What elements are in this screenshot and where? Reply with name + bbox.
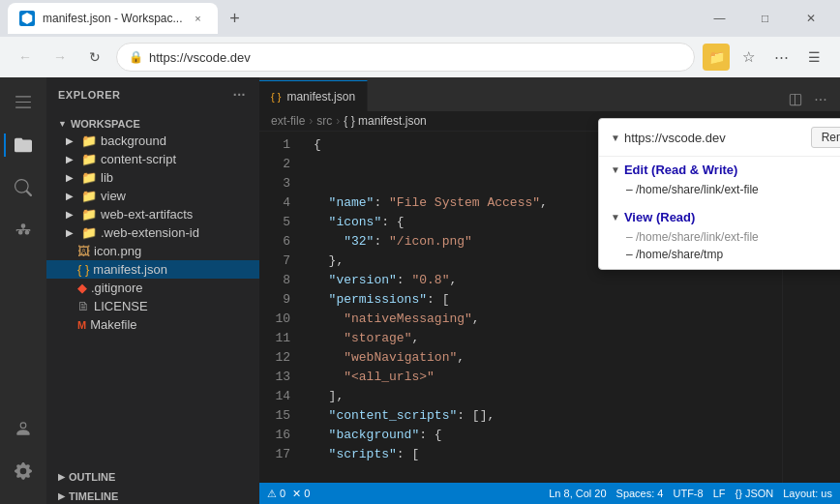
- tree-item-web-ext[interactable]: ▶ 📁 web-ext-artifacts: [46, 205, 259, 223]
- folder-icon: 📁: [81, 189, 97, 203]
- status-warnings[interactable]: ⚠ 0 ✕ 0: [267, 488, 310, 500]
- address-bar[interactable]: 🔒 https://vscode.dev: [116, 43, 695, 72]
- timeline-section[interactable]: ▶ TIMELINE: [46, 485, 259, 504]
- breadcrumb-src[interactable]: src: [316, 114, 332, 128]
- minimize-btn[interactable]: —: [698, 3, 741, 34]
- activity-bar: [0, 77, 46, 504]
- activity-account[interactable]: [4, 409, 43, 448]
- browser-titlebar: manifest.json - Workspac... × + — □ ✕: [0, 0, 840, 37]
- warning-icon: ⚠: [267, 488, 277, 500]
- breadcrumb-manifest[interactable]: { } manifest.json: [344, 114, 426, 128]
- popup-header-row: ▼ https://vscode.dev Remove access: [599, 119, 840, 157]
- popup-url: ▼ https://vscode.dev: [611, 131, 726, 145]
- editor-tab-manifest[interactable]: { } manifest.json: [259, 80, 368, 111]
- text-file-icon: 🗎: [77, 299, 90, 313]
- status-line-ending[interactable]: LF: [713, 488, 726, 499]
- reload-btn[interactable]: ↻: [81, 44, 108, 71]
- workspace-section[interactable]: ▼ WORKSPACE: [46, 112, 259, 132]
- image-file-icon: 🖼: [77, 244, 90, 258]
- tree-item-makefile[interactable]: M Makefile: [46, 315, 259, 334]
- remove-access-btn[interactable]: Remove access: [811, 127, 840, 148]
- browser-menu-btn[interactable]: ☰: [799, 43, 828, 72]
- edit-arrow: ▼: [611, 164, 620, 175]
- view-arrow: ▼: [611, 212, 620, 222]
- file-label: icon.png: [94, 244, 141, 258]
- folder-label: .web-extension-id: [101, 225, 199, 240]
- browser-toolbar-right: 📁 ☆ ⋯ ☰: [703, 43, 828, 72]
- folder-arrow: ▶: [66, 154, 77, 164]
- file-label: LICENSE: [94, 299, 148, 313]
- sidebar: Explorer ··· ▼ WORKSPACE ▶ 📁 background …: [46, 77, 259, 504]
- tab-file-icon: { }: [271, 91, 281, 103]
- file-system-popup[interactable]: ▼ https://vscode.dev Remove access ▼ Edi…: [598, 118, 840, 270]
- view-section: ▼ View (Read) – /home/share/link/ext-fil…: [599, 204, 840, 269]
- edit-path1: – /home/share/link/ext-file: [611, 181, 840, 198]
- activity-source-control[interactable]: [4, 211, 43, 250]
- json-file-icon: { }: [77, 262, 89, 277]
- warning-count: 0: [280, 488, 285, 499]
- edit-section: ▼ Edit (Read & Write) – /home/share/link…: [599, 157, 840, 204]
- tab-filename: manifest.json: [286, 90, 355, 104]
- tree-item-extension-id[interactable]: ▶ 📁 .web-extension-id: [46, 223, 259, 242]
- outline-label: OUTLINE: [69, 471, 115, 483]
- tree-item-license[interactable]: 🗎 LICENSE: [46, 297, 259, 315]
- activity-search[interactable]: [4, 168, 43, 207]
- browser-tab[interactable]: manifest.json - Workspac... ×: [8, 3, 218, 34]
- tab-close-btn[interactable]: ×: [191, 11, 206, 26]
- outline-section[interactable]: ▶ OUTLINE: [46, 465, 259, 485]
- tree-item-content-script[interactable]: ▶ 📁 content-script: [46, 150, 259, 168]
- maximize-btn[interactable]: □: [743, 3, 787, 34]
- tree-item-gitignore[interactable]: ◆ .gitignore: [46, 279, 259, 297]
- folder-icon: 📁: [81, 170, 97, 185]
- tree-item-view[interactable]: ▶ 📁 view: [46, 187, 259, 205]
- popup-url-text: https://vscode.dev: [624, 131, 726, 145]
- folder-icon: 📁: [81, 133, 97, 148]
- folder-arrow: ▶: [66, 172, 77, 183]
- folder-arrow: ▶: [66, 227, 77, 238]
- tree-item-manifest-json[interactable]: { } manifest.json: [46, 260, 259, 279]
- lock-icon: 🔒: [129, 50, 143, 64]
- folder-icon: 📁: [81, 207, 97, 222]
- editor-tabs: { } manifest.json ···: [259, 77, 840, 111]
- forward-btn[interactable]: →: [46, 44, 74, 71]
- close-btn[interactable]: ✕: [789, 3, 832, 34]
- folder-label: content-script: [101, 152, 176, 166]
- view-path2: – /home/share/tmp: [611, 246, 840, 263]
- folder-label: web-ext-artifacts: [101, 207, 193, 222]
- outline-arrow: ▶: [58, 472, 65, 482]
- breadcrumb-ext-file[interactable]: ext-file: [271, 114, 305, 128]
- activity-settings[interactable]: [4, 452, 43, 490]
- activity-menu[interactable]: [4, 83, 43, 122]
- tree-item-background[interactable]: ▶ 📁 background: [46, 132, 259, 150]
- more-toolbar-btn[interactable]: ⋯: [766, 43, 795, 72]
- folder-label: view: [101, 189, 126, 203]
- window-controls: — □ ✕: [698, 3, 832, 34]
- folder-btn[interactable]: 📁: [703, 44, 730, 71]
- status-spaces[interactable]: Spaces: 4: [616, 488, 664, 499]
- tab-favicon: [19, 11, 35, 26]
- git-file-icon: ◆: [77, 281, 87, 295]
- split-editor-btn[interactable]: [784, 88, 807, 111]
- timeline-arrow: ▶: [58, 491, 65, 501]
- folder-arrow: ▶: [66, 209, 77, 220]
- status-position[interactable]: Ln 8, Col 20: [549, 488, 606, 499]
- tree-item-lib[interactable]: ▶ 📁 lib: [46, 168, 259, 187]
- star-btn[interactable]: ☆: [734, 43, 763, 72]
- back-btn[interactable]: ←: [12, 44, 39, 71]
- browser-addressbar: ← → ↻ 🔒 https://vscode.dev 📁 ☆ ⋯ ☰: [0, 37, 840, 77]
- new-tab-btn[interactable]: +: [222, 5, 249, 32]
- status-encoding[interactable]: UTF-8: [673, 488, 703, 499]
- sidebar-more-icon[interactable]: ···: [231, 85, 248, 104]
- error-icon: ✕: [292, 488, 301, 500]
- folder-icon: 📁: [81, 225, 97, 240]
- folder-arrow: ▶: [66, 191, 77, 201]
- status-layout[interactable]: Layout: us: [783, 488, 832, 499]
- editor-more-btn[interactable]: ···: [809, 88, 832, 111]
- view-title-text: View (Read): [624, 210, 695, 224]
- file-label: Makefile: [90, 317, 136, 332]
- tree-item-icon-png[interactable]: 🖼 icon.png: [46, 242, 259, 260]
- line-numbers: 12345 678910 1112131415 1617: [259, 132, 298, 483]
- folder-label: lib: [101, 170, 113, 185]
- activity-explorer[interactable]: [4, 126, 43, 164]
- status-language[interactable]: {} JSON: [735, 488, 773, 499]
